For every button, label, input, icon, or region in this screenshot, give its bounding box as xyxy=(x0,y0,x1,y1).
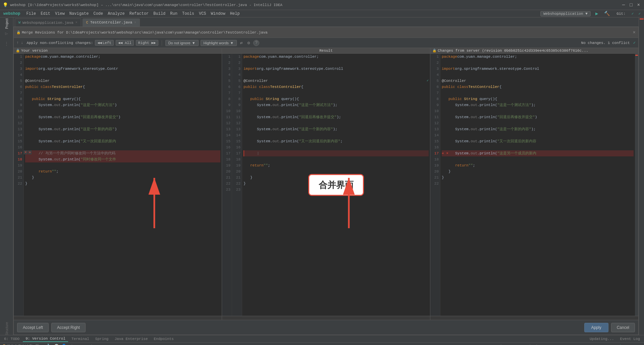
highlight-words-btn[interactable]: Highlight words ▼ xyxy=(201,40,237,46)
settings-btn[interactable]: ⚙ xyxy=(246,40,252,46)
tab-test-controller[interactable]: C TestController.java × xyxy=(83,18,140,27)
merge-toolbar: ↑ ↓ Apply non-conflicting changes: ◀◀ Le… xyxy=(14,38,638,48)
apply-button[interactable]: Apply xyxy=(584,323,608,332)
left-code-line-17: // 与另一个用户同时修改同一个方法中的代码 xyxy=(25,150,220,156)
result-code-line-1: package com.yuan.manage.controller; xyxy=(244,54,429,60)
nav-all-btn[interactable]: ◀◀ All xyxy=(116,40,134,46)
sidebar-icon-2[interactable]: ⋮ xyxy=(1,39,13,48)
tab-close-webshop[interactable]: × xyxy=(75,21,77,24)
menu-build[interactable]: Build xyxy=(151,11,167,17)
left-code-line-12 xyxy=(25,120,220,126)
menu-refactor[interactable]: Refactor xyxy=(127,11,151,17)
merge-overlay-label: 合并界面 xyxy=(308,174,364,196)
right-code-line-7 xyxy=(442,90,634,96)
git-label: Git: xyxy=(614,11,627,16)
result-code-line-9: System.out.println("这是一个测试方法"); xyxy=(244,102,429,108)
event-log-btn[interactable]: Event Log xyxy=(618,337,643,341)
tab-webshop-application[interactable]: W WebshopApplication.java × xyxy=(15,18,81,27)
nav-left-btn[interactable]: ◀◀ Left xyxy=(95,40,114,46)
left-code-line-14 xyxy=(25,132,220,138)
accept-right-button[interactable]: Accept Right xyxy=(51,323,86,332)
result-merge-indicator: ✓ xyxy=(427,78,429,84)
bottom-tab-endpoints[interactable]: Endpoints xyxy=(151,336,176,342)
horizontal-scrollbars xyxy=(14,316,638,320)
left-panel-header: 🔒 Your version xyxy=(14,48,222,53)
sidebar-icon-1[interactable]: ▷ xyxy=(1,29,13,38)
menu-file[interactable]: File xyxy=(24,11,38,17)
left-code-line-8: public String query(){ xyxy=(25,96,220,102)
menu-view[interactable]: View xyxy=(53,11,67,17)
right-code-line-1: package com.yuan.manage.controller; xyxy=(442,54,634,60)
menu-analyze[interactable]: Analyze xyxy=(106,11,126,17)
left-code-line-20: return ""; xyxy=(25,168,220,175)
bottom-tab-todo[interactable]: 6: TODO xyxy=(1,336,22,342)
result-code-area[interactable]: package com.yuan.manage.controller; impo… xyxy=(242,54,430,316)
result-code-line-7 xyxy=(244,90,429,96)
nav-down-btn[interactable]: ↓ xyxy=(21,41,23,45)
menu-edit[interactable]: Edit xyxy=(39,11,52,17)
nav-right-btn[interactable]: Right ▶▶ xyxy=(136,40,158,46)
build-button[interactable]: 🔨 xyxy=(602,10,612,17)
left-code-line-10 xyxy=(25,108,220,114)
left-code-line-19 xyxy=(25,162,220,168)
right-panel-title: Changes from server (revision 0b6b0251c4… xyxy=(438,49,588,53)
status-icon: S xyxy=(3,344,5,345)
tab-close-test[interactable]: × xyxy=(134,21,136,24)
minimize-button[interactable]: ─ xyxy=(621,2,626,8)
left-conflict-close[interactable]: × xyxy=(24,150,28,154)
menu-vcs[interactable]: VCS xyxy=(197,11,208,17)
left-conflict-indicators: × » xyxy=(24,150,32,154)
apply-icon: ✓ xyxy=(633,40,636,45)
left-conflict-arrows[interactable]: » xyxy=(28,150,32,154)
menu-window[interactable]: Window xyxy=(209,11,227,17)
compare-sides-btn[interactable]: ⇄ xyxy=(239,40,244,46)
right-code-line-19: return ""; xyxy=(442,162,634,168)
menu-help[interactable]: Help xyxy=(228,11,242,17)
result-code-line-10 xyxy=(244,108,429,114)
bottom-tab-spring[interactable]: Spring xyxy=(93,336,111,342)
git-check[interactable]: ✓ xyxy=(630,11,636,16)
right-code-line-12 xyxy=(442,120,634,126)
bottom-tab-terminal[interactable]: Terminal xyxy=(69,336,92,342)
menu-navigate[interactable]: Navigate xyxy=(67,11,91,17)
merge-lock-icon: 🔒 xyxy=(16,31,20,35)
structure-icon[interactable]: Structure xyxy=(1,324,13,334)
nav-up-btn[interactable]: ↑ xyxy=(16,41,19,45)
window-controls: ─ □ × xyxy=(621,2,641,8)
git-check2[interactable]: ✓ xyxy=(636,11,643,16)
merge-dialog: 🔒 Merge Revisions for D:\IdeaProjects\wo… xyxy=(13,27,639,335)
menu-code[interactable]: Code xyxy=(91,11,105,17)
bottom-tab-version-control[interactable]: 9: Version Control xyxy=(23,336,68,342)
result-code-line-2 xyxy=(244,60,429,66)
merge-action-buttons: Accept Left Accept Right Apply Cancel xyxy=(14,320,638,335)
run-button[interactable]: ▶ xyxy=(593,10,600,17)
right-code-line-10 xyxy=(442,108,634,114)
merge-close-btn[interactable]: × xyxy=(633,30,636,35)
left-line-numbers: 1 2 3 4 5 6 7 8 9 10 11 12 13 xyxy=(14,54,24,316)
left-code-line-22: } xyxy=(25,181,220,187)
left-code-line-6: public class TestController { xyxy=(25,84,220,90)
menu-run[interactable]: Run xyxy=(168,11,179,17)
left-panel: 1 2 3 4 5 6 7 8 9 10 11 12 13 xyxy=(14,54,222,316)
result-code-line-19: return ""; xyxy=(244,162,429,168)
cancel-button[interactable]: Cancel xyxy=(611,323,635,332)
content-area: W WebshopApplication.java × C TestContro… xyxy=(13,17,639,335)
result-line-numbers-left: 1 2 3 4 5 6 7 8 9 10 11 12 13 xyxy=(222,54,232,316)
dropdown-chevron: ▼ xyxy=(192,41,196,45)
right-conflict-icons[interactable]: « × xyxy=(442,150,448,156)
run-config[interactable]: WebshopApplication ▼ xyxy=(540,11,591,16)
right-code-line-8: public String query(){ xyxy=(442,96,634,102)
do-not-ignore-dropdown[interactable]: Do not ignore ▼ xyxy=(165,40,199,46)
accept-left-button[interactable]: Accept Left xyxy=(17,323,49,332)
close-button[interactable]: × xyxy=(636,2,641,8)
project-icon[interactable]: Project xyxy=(1,19,13,28)
left-code-line-21: } xyxy=(25,175,220,181)
result-code-line-5: @Controller ✓ xyxy=(244,78,429,84)
help-btn[interactable]: ? xyxy=(253,40,259,46)
maximize-button[interactable]: □ xyxy=(628,2,634,8)
right-code-area: package com.yuan.manage.controller; impo… xyxy=(440,54,635,316)
menu-tools[interactable]: Tools xyxy=(180,11,196,17)
bottom-tab-java-enterprise[interactable]: Java Enterprise xyxy=(112,336,150,342)
right-code-line-22 xyxy=(442,181,634,187)
result-panel-title: Result xyxy=(319,49,333,53)
